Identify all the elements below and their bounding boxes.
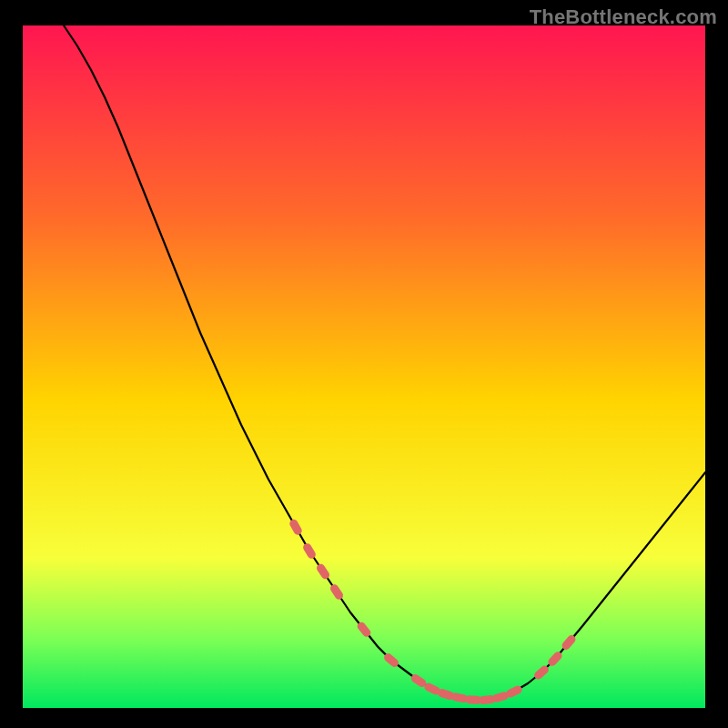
bottleneck-chart bbox=[23, 25, 705, 708]
heatmap-background bbox=[23, 25, 705, 708]
